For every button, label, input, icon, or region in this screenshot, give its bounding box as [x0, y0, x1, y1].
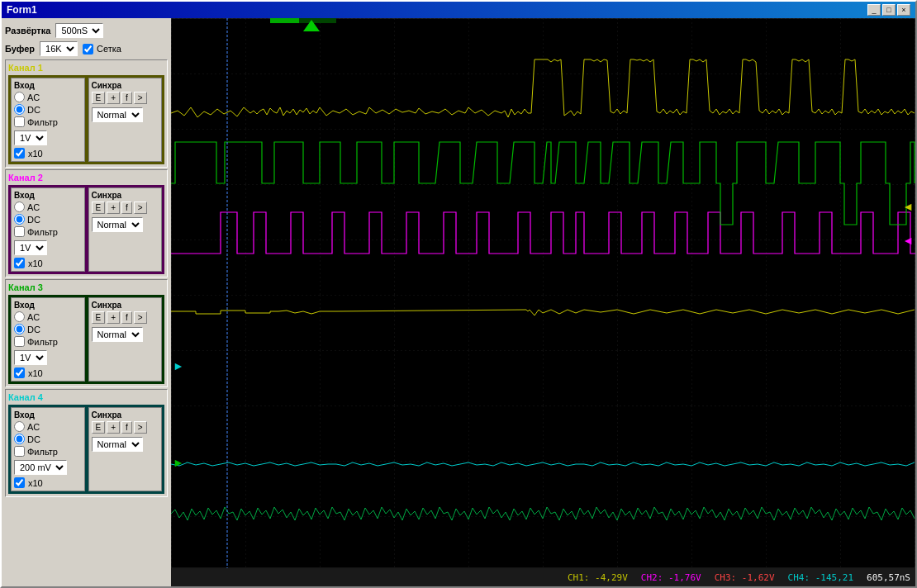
grid-label: Сетка — [97, 44, 121, 54]
ch4-dc-radio[interactable] — [14, 434, 25, 444]
ch3-x10-checkbox[interactable] — [14, 368, 25, 378]
ch4-status-value: -145,21 — [815, 572, 853, 583]
ch4-title: Канал 4 — [8, 392, 164, 402]
ch4-sync-plus[interactable]: + — [107, 421, 120, 434]
ch3-inner: Вход AC DC Фильтр — [8, 295, 164, 384]
ch2-volt-select[interactable]: 1V — [14, 240, 47, 255]
ch1-ac-label: AC — [27, 92, 40, 102]
ch3-ac-label: AC — [27, 312, 40, 322]
ch4-sync-title: Синхра — [92, 410, 159, 420]
ch3-filter-label: Фильтр — [27, 337, 58, 347]
ch2-sync-title: Синхра — [92, 191, 159, 200]
ch3-filter-checkbox[interactable] — [14, 336, 25, 347]
ch3-sync-group: Синхра E + f > Normal — [88, 297, 163, 382]
ch1-input-title: Вход — [14, 81, 82, 90]
ch4-filter-checkbox[interactable] — [14, 446, 25, 457]
ch2-x10-label: x10 — [28, 258, 43, 268]
ch3-ac-radio[interactable] — [14, 311, 25, 322]
svg-rect-1 — [171, 18, 915, 568]
ch2-sync-f[interactable]: f — [121, 202, 132, 214]
ch3-status-label: CH3: — [715, 572, 737, 583]
ch1-x10-label: x10 — [28, 149, 43, 159]
ch2-title: Канал 2 — [8, 173, 164, 183]
ch3-input-title: Вход — [14, 301, 82, 310]
status-bar: CH1: -4,29V CH2: -1,76V CH3: -1,62V CH4:… — [171, 568, 915, 586]
ch1-sync-gt[interactable]: > — [134, 92, 147, 104]
ch1-dc-row: DC — [14, 104, 82, 115]
sweep-select[interactable]: 500nS — [55, 23, 103, 38]
ch2-x10-checkbox[interactable] — [14, 258, 25, 268]
ch2-dc-row: DC — [14, 214, 82, 225]
ch4-filter-row: Фильтр — [14, 446, 82, 457]
ch4-x10-checkbox[interactable] — [14, 477, 25, 488]
ch2-dc-label: DC — [27, 215, 40, 225]
ch4-sync-f[interactable]: f — [121, 421, 132, 434]
trigger-marker — [303, 20, 320, 33]
ch3-x10-label: x10 — [28, 368, 43, 378]
grid-checkbox[interactable] — [83, 44, 93, 55]
ch1-volt-select[interactable]: 1V — [14, 130, 47, 145]
ch3-sync-f[interactable]: f — [121, 311, 132, 324]
ch1-sync-buttons: E + f > — [92, 92, 159, 104]
ch4-sync-buttons: E + f > — [92, 421, 159, 434]
ch1-sync-mode-select[interactable]: Normal — [92, 107, 143, 122]
ch1-sync-e[interactable]: E — [92, 92, 106, 104]
ch1-sync-group: Синхра E + f > Normal — [88, 78, 163, 162]
ch3-sync-plus[interactable]: + — [107, 311, 120, 324]
buffer-select[interactable]: 16K — [40, 41, 78, 56]
ch3-sync-gt[interactable]: > — [134, 311, 147, 324]
ch2-x10-row: x10 — [14, 258, 82, 268]
ch3-sync-e[interactable]: E — [92, 311, 106, 324]
ch4-sync-gt[interactable]: > — [134, 421, 147, 434]
ch3-marker: ► — [173, 456, 184, 469]
channel-1-panel: Канал 1 Вход AC DC — [5, 59, 168, 168]
ch3-input-group: Вход AC DC Фильтр — [11, 297, 85, 382]
ch2-input-title: Вход — [14, 191, 82, 200]
ch4-volt-select[interactable]: 200 mV — [14, 460, 67, 475]
ch1-marker: ◄ — [902, 200, 914, 213]
ch4-input-title: Вход — [14, 410, 82, 420]
close-button[interactable]: × — [897, 4, 910, 16]
ch4-inner: Вход AC DC Фильтр — [8, 405, 164, 494]
ch1-x10-row: x10 — [14, 148, 82, 159]
minimize-button[interactable]: _ — [867, 4, 881, 16]
ch2-dc-radio[interactable] — [14, 214, 25, 225]
ch1-inner: Вход AC DC Фильтр — [8, 75, 164, 164]
ch1-dc-radio[interactable] — [14, 104, 25, 115]
ch4-status-label: CH4: — [788, 572, 810, 583]
ch3-title: Канал 3 — [8, 282, 164, 292]
ch1-x10-checkbox[interactable] — [14, 148, 25, 159]
ch4-ac-radio[interactable] — [14, 421, 25, 432]
ch2-sync-mode-select[interactable]: Normal — [92, 217, 143, 232]
ch3-sync-mode-select[interactable]: Normal — [92, 327, 143, 342]
sweep-label: Развёртка — [5, 26, 50, 36]
ch3-dc-radio[interactable] — [14, 324, 25, 334]
ch2-marker: ◄ — [902, 234, 914, 247]
trigger-bar-active — [270, 18, 299, 23]
ch2-sync-gt[interactable]: > — [134, 202, 147, 214]
ch4-sync-group: Синхра E + f > Normal — [88, 407, 163, 491]
svg-marker-0 — [303, 20, 320, 31]
ch4-dc-row: DC — [14, 434, 82, 444]
ch2-sync-plus[interactable]: + — [107, 202, 120, 214]
ch1-sync-plus[interactable]: + — [107, 92, 120, 104]
ch2-ac-radio[interactable] — [14, 202, 25, 212]
ch4-sync-e[interactable]: E — [92, 421, 106, 434]
ch3-volt-select[interactable]: 1V — [14, 350, 47, 365]
ch4-sync-mode-select[interactable]: Normal — [92, 437, 143, 452]
maximize-button[interactable]: □ — [882, 4, 896, 16]
title-bar: Form1 _ □ × — [2, 2, 915, 18]
ch3-volt-row: 1V — [14, 350, 82, 365]
ch2-filter-checkbox[interactable] — [14, 226, 25, 237]
ch1-filter-checkbox[interactable] — [14, 116, 25, 127]
left-panel: Развёртка 500nS Буфер 16K Сетка — [2, 18, 171, 586]
ch4-x10-label: x10 — [28, 478, 43, 488]
ch1-ac-radio[interactable] — [14, 92, 25, 102]
buffer-row: Буфер 16K Сетка — [5, 41, 168, 56]
ch2-sync-e[interactable]: E — [92, 202, 106, 214]
buffer-label: Буфер — [5, 44, 35, 54]
oscilloscope-display[interactable]: ◄ ◄ ► ► — [171, 18, 915, 586]
ch4-volt-row: 200 mV — [14, 460, 82, 475]
ch1-filter-label: Фильтр — [27, 117, 58, 127]
ch1-sync-f[interactable]: f — [121, 92, 132, 104]
